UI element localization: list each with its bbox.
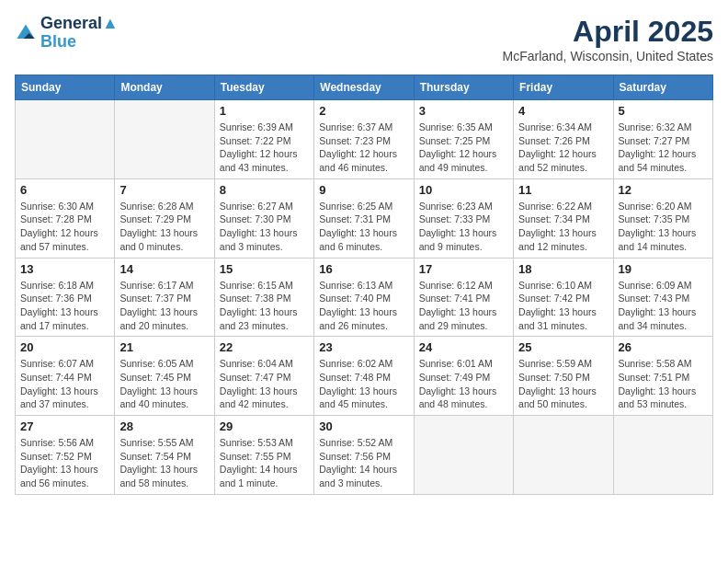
day-info: Sunrise: 6:34 AM Sunset: 7:26 PM Dayligh… [518, 121, 608, 175]
day-number: 10 [419, 183, 508, 197]
day-info: Sunrise: 6:13 AM Sunset: 7:40 PM Dayligh… [319, 279, 408, 333]
day-number: 27 [20, 419, 109, 433]
day-number: 8 [220, 183, 309, 197]
calendar-cell: 30Sunrise: 5:52 AM Sunset: 7:56 PM Dayli… [314, 416, 414, 495]
calendar-cell: 10Sunrise: 6:23 AM Sunset: 7:33 PM Dayli… [414, 178, 513, 258]
day-info: Sunrise: 5:58 AM Sunset: 7:51 PM Dayligh… [619, 357, 708, 411]
day-info: Sunrise: 5:59 AM Sunset: 7:50 PM Dayligh… [518, 357, 608, 411]
day-info: Sunrise: 6:15 AM Sunset: 7:38 PM Dayligh… [220, 279, 309, 333]
day-info: Sunrise: 5:55 AM Sunset: 7:54 PM Dayligh… [119, 436, 209, 490]
day-number: 9 [319, 183, 408, 197]
logo-text: General▲ Blue [40, 15, 119, 52]
day-number: 28 [119, 419, 209, 433]
day-number: 11 [518, 183, 608, 197]
calendar-cell: 6Sunrise: 6:30 AM Sunset: 7:28 PM Daylig… [16, 178, 115, 258]
day-info: Sunrise: 6:17 AM Sunset: 7:37 PM Dayligh… [119, 279, 209, 333]
day-number: 18 [518, 262, 608, 276]
calendar-cell: 14Sunrise: 6:17 AM Sunset: 7:37 PM Dayli… [115, 258, 214, 337]
calendar-week-row: 20Sunrise: 6:07 AM Sunset: 7:44 PM Dayli… [16, 337, 713, 416]
day-info: Sunrise: 6:28 AM Sunset: 7:29 PM Dayligh… [119, 200, 209, 254]
day-info: Sunrise: 6:01 AM Sunset: 7:49 PM Dayligh… [419, 357, 508, 411]
calendar-week-row: 1Sunrise: 6:39 AM Sunset: 7:22 PM Daylig… [16, 100, 713, 179]
day-info: Sunrise: 6:22 AM Sunset: 7:34 PM Dayligh… [518, 200, 608, 254]
day-info: Sunrise: 6:32 AM Sunset: 7:27 PM Dayligh… [619, 121, 708, 175]
calendar-cell: 9Sunrise: 6:25 AM Sunset: 7:31 PM Daylig… [314, 178, 414, 258]
calendar-cell [115, 100, 214, 179]
calendar-cell: 26Sunrise: 5:58 AM Sunset: 7:51 PM Dayli… [613, 337, 712, 416]
day-info: Sunrise: 5:53 AM Sunset: 7:55 PM Dayligh… [220, 436, 309, 490]
day-number: 19 [619, 262, 708, 276]
logo: General▲ Blue [15, 15, 119, 52]
calendar-cell: 18Sunrise: 6:10 AM Sunset: 7:42 PM Dayli… [514, 258, 613, 337]
calendar-title: April 2025 [502, 15, 713, 49]
calendar-cell: 28Sunrise: 5:55 AM Sunset: 7:54 PM Dayli… [115, 416, 214, 495]
calendar-header-row: SundayMondayTuesdayWednesdayThursdayFrid… [16, 75, 713, 100]
day-number: 2 [319, 104, 408, 118]
calendar-cell: 5Sunrise: 6:32 AM Sunset: 7:27 PM Daylig… [613, 100, 712, 179]
calendar-cell: 12Sunrise: 6:20 AM Sunset: 7:35 PM Dayli… [613, 178, 712, 258]
day-number: 24 [419, 340, 508, 354]
day-info: Sunrise: 6:02 AM Sunset: 7:48 PM Dayligh… [319, 357, 408, 411]
title-block: April 2025 McFarland, Wisconsin, United … [502, 15, 713, 63]
day-number: 26 [619, 340, 708, 354]
day-number: 14 [119, 262, 209, 276]
day-info: Sunrise: 6:18 AM Sunset: 7:36 PM Dayligh… [20, 279, 109, 333]
day-info: Sunrise: 6:04 AM Sunset: 7:47 PM Dayligh… [220, 357, 309, 411]
day-number: 22 [220, 340, 309, 354]
column-header-tuesday: Tuesday [214, 75, 313, 100]
calendar-cell: 23Sunrise: 6:02 AM Sunset: 7:48 PM Dayli… [314, 337, 414, 416]
day-number: 29 [220, 419, 309, 433]
day-info: Sunrise: 6:12 AM Sunset: 7:41 PM Dayligh… [419, 279, 508, 333]
calendar-cell [613, 416, 712, 495]
column-header-friday: Friday [514, 75, 613, 100]
calendar-cell: 22Sunrise: 6:04 AM Sunset: 7:47 PM Dayli… [214, 337, 313, 416]
calendar-cell: 3Sunrise: 6:35 AM Sunset: 7:25 PM Daylig… [414, 100, 513, 179]
calendar-cell: 27Sunrise: 5:56 AM Sunset: 7:52 PM Dayli… [16, 416, 115, 495]
day-number: 4 [518, 104, 608, 118]
calendar-cell: 24Sunrise: 6:01 AM Sunset: 7:49 PM Dayli… [414, 337, 513, 416]
day-info: Sunrise: 6:20 AM Sunset: 7:35 PM Dayligh… [619, 200, 708, 254]
column-header-wednesday: Wednesday [314, 75, 414, 100]
day-number: 6 [20, 183, 109, 197]
calendar-cell [514, 416, 613, 495]
calendar-week-row: 27Sunrise: 5:56 AM Sunset: 7:52 PM Dayli… [16, 416, 713, 495]
day-number: 23 [319, 340, 408, 354]
calendar-cell: 21Sunrise: 6:05 AM Sunset: 7:45 PM Dayli… [115, 337, 214, 416]
calendar-cell: 8Sunrise: 6:27 AM Sunset: 7:30 PM Daylig… [214, 178, 313, 258]
day-info: Sunrise: 6:37 AM Sunset: 7:23 PM Dayligh… [319, 121, 408, 175]
calendar-cell: 13Sunrise: 6:18 AM Sunset: 7:36 PM Dayli… [16, 258, 115, 337]
day-number: 1 [220, 104, 309, 118]
day-number: 5 [619, 104, 708, 118]
calendar-cell: 17Sunrise: 6:12 AM Sunset: 7:41 PM Dayli… [414, 258, 513, 337]
day-number: 3 [419, 104, 508, 118]
calendar-cell: 16Sunrise: 6:13 AM Sunset: 7:40 PM Dayli… [314, 258, 414, 337]
day-number: 13 [20, 262, 109, 276]
calendar-cell: 7Sunrise: 6:28 AM Sunset: 7:29 PM Daylig… [115, 178, 214, 258]
day-number: 7 [119, 183, 209, 197]
day-info: Sunrise: 6:05 AM Sunset: 7:45 PM Dayligh… [119, 357, 209, 411]
day-info: Sunrise: 6:39 AM Sunset: 7:22 PM Dayligh… [220, 121, 309, 175]
calendar-week-row: 6Sunrise: 6:30 AM Sunset: 7:28 PM Daylig… [16, 178, 713, 258]
day-number: 25 [518, 340, 608, 354]
day-info: Sunrise: 6:09 AM Sunset: 7:43 PM Dayligh… [619, 279, 708, 333]
day-number: 30 [319, 419, 408, 433]
day-number: 17 [419, 262, 508, 276]
logo-icon [15, 22, 37, 44]
day-info: Sunrise: 5:52 AM Sunset: 7:56 PM Dayligh… [319, 436, 408, 490]
day-info: Sunrise: 6:23 AM Sunset: 7:33 PM Dayligh… [419, 200, 508, 254]
day-info: Sunrise: 5:56 AM Sunset: 7:52 PM Dayligh… [20, 436, 109, 490]
column-header-sunday: Sunday [16, 75, 115, 100]
calendar-subtitle: McFarland, Wisconsin, United States [502, 49, 713, 63]
column-header-thursday: Thursday [414, 75, 513, 100]
calendar-cell: 2Sunrise: 6:37 AM Sunset: 7:23 PM Daylig… [314, 100, 414, 179]
day-number: 12 [619, 183, 708, 197]
page-header: General▲ Blue April 2025 McFarland, Wisc… [15, 15, 713, 63]
day-info: Sunrise: 6:25 AM Sunset: 7:31 PM Dayligh… [319, 200, 408, 254]
day-number: 20 [20, 340, 109, 354]
calendar-cell: 11Sunrise: 6:22 AM Sunset: 7:34 PM Dayli… [514, 178, 613, 258]
day-info: Sunrise: 6:10 AM Sunset: 7:42 PM Dayligh… [518, 279, 608, 333]
calendar-cell: 4Sunrise: 6:34 AM Sunset: 7:26 PM Daylig… [514, 100, 613, 179]
calendar-cell: 15Sunrise: 6:15 AM Sunset: 7:38 PM Dayli… [214, 258, 313, 337]
column-header-monday: Monday [115, 75, 214, 100]
calendar-cell: 25Sunrise: 5:59 AM Sunset: 7:50 PM Dayli… [514, 337, 613, 416]
